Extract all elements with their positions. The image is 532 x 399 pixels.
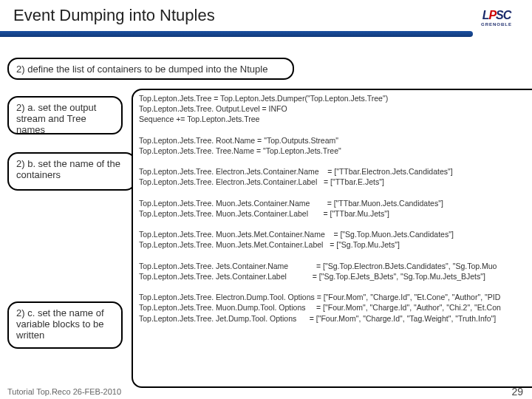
logo: LPSC GRENOBLE — [470, 1, 523, 34]
step-2-heading: 2) define the list of containers to be d… — [7, 58, 294, 80]
logo-text: LPSC — [482, 9, 511, 22]
step-2b-box: 2) b. set the name of the containers — [7, 152, 136, 191]
header-divider — [0, 31, 473, 37]
page-title: Event Dumping into Ntuples — [13, 6, 215, 25]
step-2c-box: 2) c. set the name of variable blocks to… — [7, 301, 123, 349]
code-listing: Top.Lepton.Jets.Tree = Top.Lepton.Jets.D… — [132, 89, 532, 388]
logo-subtext: GRENOBLE — [481, 22, 512, 27]
step-2a-box: 2) a. set the output stream and Tree nam… — [7, 96, 123, 134]
page-number: 29 — [511, 386, 523, 398]
footer-text: Tutorial Top.Reco 26-FEB-2010 — [7, 387, 121, 396]
